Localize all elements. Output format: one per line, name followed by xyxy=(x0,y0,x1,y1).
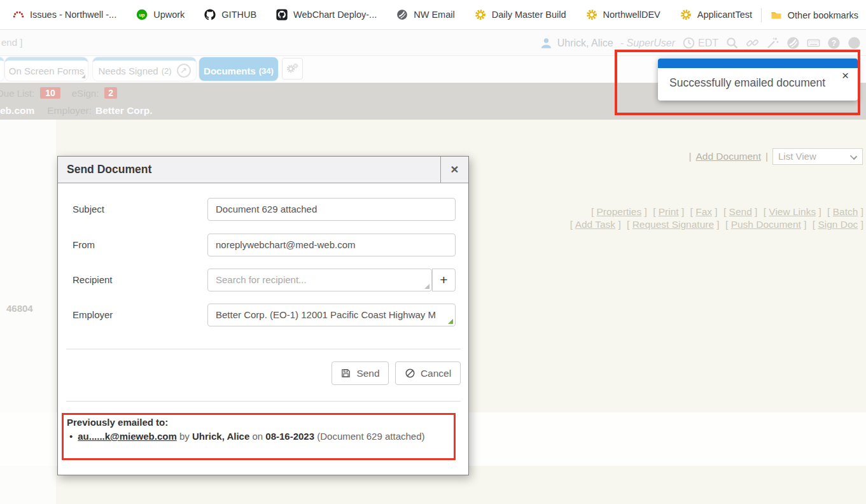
user-icon xyxy=(540,36,553,50)
subject-input[interactable]: Document 629 attached xyxy=(207,198,456,221)
bookmark-label: Upwork xyxy=(153,10,185,20)
tab-partial[interactable] xyxy=(0,57,4,81)
keyboard-icon[interactable] xyxy=(807,36,820,50)
resize-handle[interactable] xyxy=(424,284,430,289)
cancel-slash-icon xyxy=(405,368,416,379)
globe-icon xyxy=(396,9,408,20)
timezone-control[interactable]: EDT xyxy=(682,36,718,50)
esign-count-badge[interactable]: 2 xyxy=(104,87,117,99)
user-role: - SuperUser xyxy=(620,38,675,49)
bookmark-northwelldev[interactable]: NorthwellDEV xyxy=(586,9,660,20)
link-icon[interactable] xyxy=(746,36,759,50)
subject-label: Subject xyxy=(73,204,104,214)
bookmark-daily-master-build[interactable]: Daily Master Build xyxy=(475,9,566,20)
action-link[interactable]: [ Fax ] xyxy=(690,206,718,217)
recipient-search-input[interactable]: Search for recipient... xyxy=(207,269,432,291)
employer-label: Employer: xyxy=(47,105,92,116)
search-icon[interactable] xyxy=(725,36,739,50)
bookmark-issues[interactable]: Issues - Northwell -... xyxy=(13,9,116,20)
action-link[interactable]: [ Sign Doc ] xyxy=(813,219,863,230)
employer-value: Better Corp. xyxy=(95,105,153,116)
tab-needs-signed[interactable]: Needs Signed (2) ↗ xyxy=(93,57,196,81)
bookmark-label: GITHUB xyxy=(221,10,256,20)
action-link[interactable]: [ Add Task ] xyxy=(570,219,621,230)
from-input[interactable]: noreplywebchart@med-web.com xyxy=(207,234,456,256)
action-link[interactable]: [ Request Signature ] xyxy=(627,219,720,230)
send-link[interactable]: Send xyxy=(729,206,752,217)
list-view-value: List View xyxy=(778,151,816,162)
resize-handle-green[interactable] xyxy=(448,319,453,324)
bookmark-upwork[interactable]: up Upwork xyxy=(136,9,185,20)
user-name: Uhrick, Alice xyxy=(557,38,613,49)
tab-label: Documents xyxy=(204,66,256,76)
modal-header: Send Document × xyxy=(58,157,468,183)
bookmark-applicanttest[interactable]: ApplicantTest xyxy=(680,9,752,20)
bookmark-label: NW Email xyxy=(414,10,454,20)
batch-link[interactable]: Batch xyxy=(833,206,858,217)
action-link[interactable]: [ Send ] xyxy=(723,206,757,217)
toast-message: Successfully emailed document xyxy=(669,76,825,90)
save-icon xyxy=(340,368,351,379)
bookmark-nw-email[interactable]: NW Email xyxy=(396,9,454,20)
request-signature-link[interactable]: Request Signature xyxy=(632,219,714,230)
github-icon xyxy=(204,9,216,20)
gears-icon-small xyxy=(293,63,298,69)
profile-circle-icon[interactable] xyxy=(848,36,861,50)
patient-email-fragment: eb.com xyxy=(0,105,34,116)
toast-close-icon[interactable]: × xyxy=(842,69,849,81)
bookmark-label: Daily Master Build xyxy=(492,10,566,20)
send-button[interactable]: Send xyxy=(332,361,389,385)
print-link[interactable]: Print xyxy=(659,206,679,217)
bookmark-github[interactable]: GITHUB xyxy=(204,9,256,20)
bookmark-label: Issues - Northwell -... xyxy=(30,10,116,20)
divider xyxy=(66,349,461,349)
screen: Issues - Northwell -... up Upwork GITHUB… xyxy=(0,0,866,504)
previously-emailed-block: Previously emailed to: •au......k@mieweb… xyxy=(67,417,449,442)
properties-link[interactable]: Properties xyxy=(597,206,642,217)
popout-icon[interactable]: ↗ xyxy=(177,64,191,78)
clock-icon xyxy=(682,36,695,50)
employer-select[interactable]: Better Corp. (EO-1) 12001 Pacific Coast … xyxy=(207,304,456,326)
add-document-link[interactable]: Add Document xyxy=(695,151,761,162)
add-task-link[interactable]: Add Task xyxy=(575,219,615,230)
bookmark-label: WebChart Deploy-... xyxy=(293,10,377,20)
bookmark-label: NorthwellDEV xyxy=(603,10,660,20)
app-toolbar: end ] Uhrick, Alice - SuperUser EDT xyxy=(0,30,866,56)
action-link[interactable]: [ Push Document ] xyxy=(725,219,807,230)
send-document-modal: Send Document × Subject Document 629 att… xyxy=(57,156,469,475)
list-view-select[interactable]: List View xyxy=(772,148,863,165)
previously-emailed-heading: Previously emailed to: xyxy=(67,417,449,428)
subject-note: (Document 629 attached) xyxy=(314,431,424,442)
view-links-link[interactable]: View Links xyxy=(769,206,816,217)
previous-recipient-email-link[interactable]: au......k@mieweb.com xyxy=(78,431,177,442)
send-button-label: Send xyxy=(356,368,379,379)
recipient-placeholder: Search for recipient... xyxy=(216,274,307,285)
bookmark-webchart-deploy[interactable]: WebChart Deploy-... xyxy=(276,9,377,20)
tab-settings-button[interactable] xyxy=(282,58,303,80)
action-link[interactable]: [ Batch ] xyxy=(827,206,863,217)
sign-doc-link[interactable]: Sign Doc xyxy=(818,219,858,230)
tab-count: (2) xyxy=(162,66,172,76)
push-document-link[interactable]: Push Document xyxy=(731,219,801,230)
divider xyxy=(66,401,461,402)
modal-close-button[interactable]: × xyxy=(440,157,468,183)
add-recipient-button[interactable]: + xyxy=(432,269,456,291)
modal-title: Send Document xyxy=(67,163,151,176)
fax-link[interactable]: Fax xyxy=(695,206,712,217)
action-link[interactable]: [ Print ] xyxy=(653,206,684,217)
globe-icon[interactable] xyxy=(786,36,800,50)
other-bookmarks[interactable]: Other bookmarks xyxy=(771,10,858,21)
svg-text:?: ? xyxy=(832,39,836,48)
help-icon[interactable]: ? xyxy=(827,36,841,50)
user-menu[interactable]: Uhrick, Alice - SuperUser xyxy=(540,36,675,50)
tab-documents[interactable]: Documents (34) xyxy=(199,57,278,81)
employer-value: Better Corp. (EO-1) 12001 Pacific Coast … xyxy=(216,309,436,320)
folder-icon xyxy=(771,10,782,21)
action-link[interactable]: [ Properties ] xyxy=(591,206,647,217)
tab-on-screen-forms[interactable]: On Screen Forms xyxy=(5,57,88,81)
wand-icon[interactable] xyxy=(766,36,779,50)
cancel-button-label: Cancel xyxy=(421,368,451,379)
due-list-count-badge[interactable]: 10 xyxy=(40,87,60,99)
action-link[interactable]: [ View Links ] xyxy=(764,206,821,217)
cancel-button[interactable]: Cancel xyxy=(395,361,461,385)
